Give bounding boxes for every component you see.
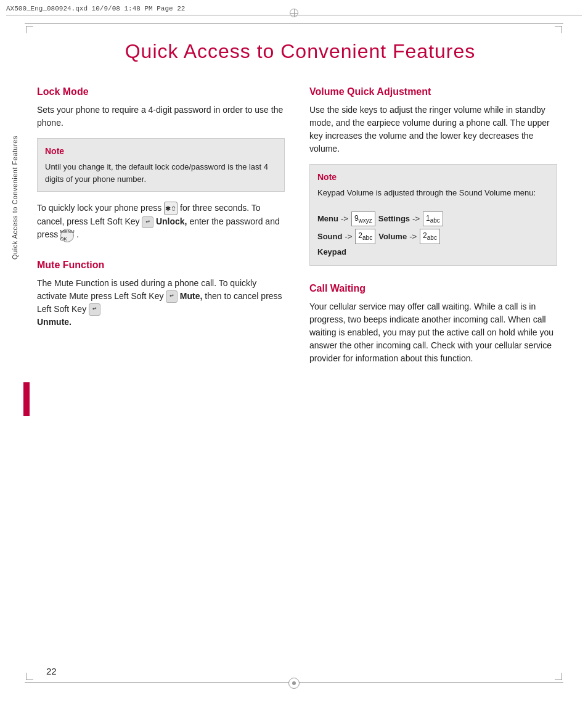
- unmute-bold: Unmute.: [37, 317, 71, 327]
- lock-note-text: Until you change it, the default lock co…: [45, 162, 268, 184]
- volume-label: Volume: [378, 231, 407, 243]
- corner-tr: [555, 26, 562, 33]
- mute-function-title: Mute Function: [37, 260, 285, 271]
- volume-note-title: Note: [317, 171, 549, 184]
- bottom-center-circle-inner: [292, 681, 296, 685]
- lock-mode-text2: To quickly lock your phone press ✱⇧ for …: [37, 202, 285, 242]
- call-waiting-section: Call Waiting Your cellular service may o…: [309, 283, 557, 365]
- star-shift-key-icon: ✱⇧: [164, 202, 178, 215]
- page-title: Quick Access to Convenient Features: [37, 40, 563, 63]
- volume-note-line2: Sound -> 2abc Volume -> 2abc: [317, 228, 549, 244]
- volume-note-box: Note Keypad Volume is adjusted through t…: [309, 164, 557, 266]
- left-soft-key-icon-3: ↩: [89, 303, 100, 315]
- arrow1: ->: [341, 213, 348, 225]
- arrow2: ->: [412, 213, 420, 225]
- unlock-bold: Unlock,: [156, 216, 187, 226]
- border-top: [25, 23, 563, 24]
- lock-mode-text1: Sets your phone to require a 4-digit pas…: [37, 104, 285, 129]
- corner-bl: [26, 673, 33, 680]
- call-waiting-text: Your cellular service may offer call wai…: [309, 300, 557, 365]
- right-column: Volume Quick Adjustment Use the side key…: [309, 86, 557, 374]
- key-9wxyz: 9wxyz: [351, 211, 375, 226]
- lock-note-title: Note: [45, 145, 277, 158]
- sidebar-accent-bar: [23, 382, 30, 416]
- arrow3: ->: [345, 231, 352, 243]
- left-soft-key-icon-1: ↩: [142, 216, 153, 228]
- volume-note-line3: Keypad: [317, 246, 549, 258]
- settings-label: Settings: [378, 213, 410, 225]
- left-column: Lock Mode Sets your phone to require a 4…: [37, 86, 285, 374]
- arrow4: ->: [409, 231, 417, 243]
- sound-label: Sound: [317, 231, 342, 243]
- lock-mode-note-box: Note Until you change it, the default lo…: [37, 138, 285, 192]
- header-text: AX500_Eng_080924.qxd 10/9/08 1:48 PM Pag…: [6, 5, 185, 12]
- volume-section: Volume Quick Adjustment Use the side key…: [309, 86, 557, 266]
- lock-text2-end: .: [76, 229, 79, 239]
- lock-text2-part1: To quickly lock your phone press: [37, 203, 161, 213]
- left-soft-key-icon-2: ↩: [166, 290, 178, 302]
- key-2abc-2: 2abc: [420, 229, 440, 244]
- volume-note-line1: Menu -> 9wxyz Settings -> 1abc: [317, 211, 549, 227]
- call-waiting-title: Call Waiting: [309, 283, 557, 294]
- corner-tl: [26, 26, 33, 33]
- volume-note-intro: Keypad Volume is adjusted through the So…: [317, 188, 536, 197]
- sidebar-label: Quick Access to Convenient Features: [11, 136, 23, 260]
- top-crosshair: [290, 9, 298, 17]
- mute-function-section: Mute Function The Mute Function is used …: [37, 260, 285, 329]
- corner-br: [555, 673, 562, 680]
- mute-function-text: The Mute Function is used during a phone…: [37, 277, 285, 329]
- menu-ok-icon: MENUOK: [60, 229, 74, 242]
- key-2abc-1: 2abc: [355, 229, 375, 244]
- page-number: 22: [46, 666, 57, 676]
- volume-title: Volume Quick Adjustment: [309, 86, 557, 97]
- lock-mode-section: Lock Mode Sets your phone to require a 4…: [37, 86, 285, 242]
- key-1abc-1: 1abc: [423, 211, 443, 226]
- menu-label: Menu: [317, 213, 338, 225]
- mute-bold: Mute,: [180, 291, 203, 301]
- volume-text: Use the side keys to adjust the ringer v…: [309, 104, 557, 155]
- lock-mode-title: Lock Mode: [37, 86, 285, 97]
- content-area: Lock Mode Sets your phone to require a 4…: [37, 86, 557, 374]
- bottom-center-circle: [288, 678, 300, 689]
- keypad-label: Keypad: [317, 246, 346, 258]
